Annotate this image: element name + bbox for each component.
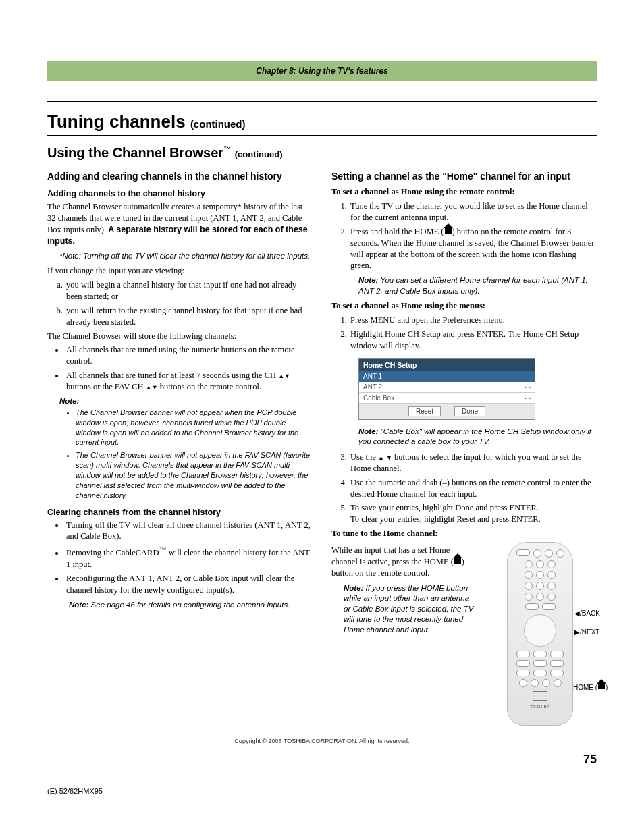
hcs-label: ANT 2 — [363, 383, 382, 391]
hcs-value: - - — [525, 394, 531, 402]
list-item: Press MENU and open the Preferences menu… — [349, 315, 597, 326]
title-rule — [47, 135, 597, 136]
section-adding-clearing: Adding and clearing channels in the chan… — [47, 170, 313, 182]
note-text: *Note: Turning off the TV will clear the… — [59, 252, 310, 260]
triangle-up-icon — [146, 382, 152, 391]
remote-shell: TOSHIBA — [507, 542, 573, 726]
note-label: Note: — [358, 427, 378, 435]
triangle-left-icon — [574, 609, 580, 617]
note-home-other-input: Note: If you press the HOME button while… — [344, 583, 474, 636]
list-text: Use the — [350, 452, 378, 462]
right-column: Setting a channel as the "Home" channel … — [331, 163, 597, 724]
top-rule — [47, 101, 597, 102]
dpad-icon — [524, 614, 556, 647]
list-item: All channels that are tuned for at least… — [65, 370, 313, 393]
note-clear-history: *Note: Turning off the TV will clear the… — [59, 251, 313, 262]
page-title-text: Tuning channels — [47, 111, 186, 132]
triangle-up-icon — [278, 371, 284, 380]
note-bullet-list: The Channel Browser banner will not appe… — [68, 408, 313, 501]
list-item: you will begin a channel history for tha… — [65, 279, 313, 302]
section-setting-home: Setting a channel as the "Home" channel … — [331, 170, 597, 182]
note-label: Note: — [344, 584, 363, 592]
hcs-value: - - — [525, 373, 531, 380]
label-text: /BACK — [580, 609, 600, 617]
page-number: 75 — [47, 753, 597, 767]
list-text: Press and hold the HOME ( — [350, 227, 444, 236]
triangle-up-icon — [378, 452, 384, 462]
list-item: The Channel Browser banner will not appe… — [76, 450, 313, 500]
numbered-list: Press MENU and open the Preferences menu… — [337, 315, 597, 352]
remote-illustration: TOSHIBA /BACK /NEXT HOME () — [482, 542, 597, 724]
hcs-row-cablebox: Cable Box - - — [359, 393, 535, 404]
note-label: Note: — [69, 601, 88, 609]
body-text: The Channel Browser will store the follo… — [47, 331, 313, 342]
hcs-row-ant1: ANT 1 - - — [359, 371, 535, 382]
home-icon — [454, 558, 461, 564]
list-item: Turning off the TV will clear all three … — [65, 520, 313, 543]
note-cablebox-appear: Note: "Cable Box" will appear in the Hom… — [358, 427, 597, 447]
triangle-down-icon — [386, 452, 392, 462]
list-text: To clear your entries, highlight Reset a… — [350, 514, 541, 524]
bold-lead: To tune to the Home channel: — [331, 528, 597, 539]
triangle-down-icon — [152, 382, 158, 391]
hcs-buttons: Reset Done — [359, 404, 535, 419]
hcs-reset-button: Reset — [408, 406, 441, 416]
subheading-continued: (continued) — [235, 149, 283, 159]
chapter-bar: Chapter 8: Using the TV's features — [47, 61, 597, 81]
list-item: you will return to the existing channel … — [65, 305, 313, 328]
hcs-done-button: Done — [454, 406, 485, 416]
hcs-row-ant2: ANT 2 - - — [359, 382, 535, 393]
body-text: If you change the input you are viewing: — [47, 265, 313, 277]
triangle-right-icon — [574, 628, 580, 636]
list-item: Use the numeric and dash (–) buttons on … — [349, 477, 597, 500]
label-text: /NEXT — [580, 628, 599, 636]
list-text: buttons on the remote control. — [158, 382, 261, 391]
label-text: ) — [606, 684, 608, 691]
list-item: Use the buttons to select the input for … — [349, 452, 597, 474]
subsection-clearing: Clearing channels from the channel histo… — [47, 508, 313, 517]
numbered-list: Use the buttons to select the input for … — [337, 452, 597, 525]
body-text: While an input that has a set Home chann… — [331, 545, 474, 579]
bold-lead: To set a channel as Home using the remot… — [331, 186, 597, 198]
remote-label-home: HOME () — [573, 684, 622, 691]
bullet-list: Turning off the TV will clear all three … — [53, 520, 313, 596]
subheading: Using the Channel Browser™ (continued) — [47, 145, 597, 161]
hcs-label: Cable Box — [363, 394, 394, 402]
list-item: Reconfiguring the ANT 1, ANT 2, or Cable… — [65, 573, 313, 596]
list-text: buttons to select the input for which yo… — [350, 452, 581, 473]
bleed-model-code: (E) 52/62HMX95 — [47, 787, 597, 795]
note-heading: Note: — [59, 397, 313, 405]
list-item: The Channel Browser banner will not appe… — [76, 408, 313, 447]
bold-lead: To set a channel as Home using the menus… — [331, 300, 597, 312]
note-antenna-config: Note: See page 46 for details on configu… — [69, 600, 313, 611]
hcs-value: - - — [525, 383, 531, 391]
home-icon — [598, 684, 605, 689]
list-text: Removing the CableCARD — [66, 548, 159, 558]
body-text-span: While an input that has a set Home chann… — [331, 545, 454, 566]
note-text: "Cable Box" will appear in the Home CH S… — [358, 427, 591, 446]
alpha-list: you will begin a channel history for tha… — [53, 279, 313, 328]
trademark-icon: ™ — [159, 545, 167, 553]
home-icon — [445, 228, 452, 234]
numbered-list: Tune the TV to the channel you would lik… — [337, 200, 597, 271]
remote-label-back: /BACK — [574, 609, 616, 617]
trademark-icon: ™ — [223, 145, 231, 153]
hcs-label: ANT 1 — [363, 373, 382, 380]
body-text: The Channel Browser automatically create… — [47, 201, 313, 247]
remote-brand: TOSHIBA — [508, 705, 572, 709]
list-text: All channels that are tuned for at least… — [66, 371, 278, 380]
page-title-continued: (continued) — [190, 118, 246, 130]
note-text: See page 46 for details on configuring t… — [88, 601, 290, 609]
note-text: If you press the HOME button while an in… — [344, 584, 473, 634]
label-text: HOME ( — [573, 684, 597, 691]
note-label: Note: — [358, 276, 378, 284]
footer-copyright: Copyright © 2005 TOSHIBA CORPORATION. Al… — [47, 738, 597, 744]
tv-logo-icon — [533, 691, 547, 701]
list-item: Tune the TV to the channel you would lik… — [349, 200, 597, 223]
list-text: buttons or the FAV CH — [66, 382, 146, 391]
list-item: Highlight Home CH Setup and press ENTER.… — [349, 329, 597, 352]
list-item: All channels that are tuned using the nu… — [65, 344, 313, 367]
note-text: You can set a different Home channel for… — [358, 276, 588, 295]
list-text: To save your entries, highlight Done and… — [350, 503, 539, 512]
home-ch-setup-window: Home CH Setup ANT 1 - - ANT 2 - - Cable … — [358, 358, 535, 420]
